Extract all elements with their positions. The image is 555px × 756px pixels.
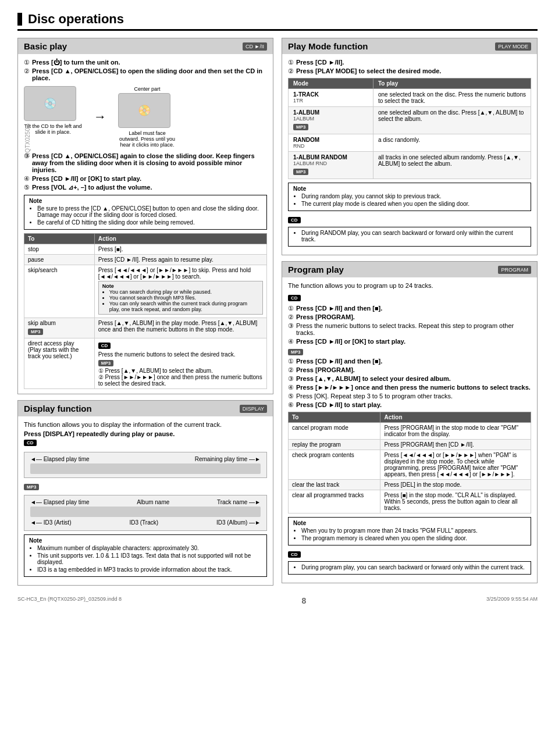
prog-mp3-step-3: ③ Press [▲,▼, ALBUM] to select your desi… bbox=[288, 375, 531, 382]
album-name-label: Album name bbox=[137, 499, 169, 505]
mode-cell: RANDOM RND bbox=[289, 134, 373, 152]
display-intro: This function allows you to display the … bbox=[24, 421, 267, 428]
table-row: 1-ALBUM 1ALBUM MP3 one selected album on… bbox=[289, 107, 531, 134]
cd-badge: CD bbox=[98, 343, 111, 349]
play-mode-table: Mode To play 1-TRACK 1TR one selected tr… bbox=[288, 78, 531, 179]
table-row: replay the program Press [PROGRAM] then … bbox=[289, 440, 531, 450]
cd-image-1: 💿 bbox=[24, 86, 76, 121]
program-note-2: The program memory is cleared when you o… bbox=[301, 535, 526, 541]
row-action: CD Press the numeric buttons to select t… bbox=[94, 338, 266, 389]
play-mode-note-2: The current play mode is cleared when yo… bbox=[301, 201, 526, 207]
mode-cell: 1-ALBUM RANDOM 1ALBUM RND MP3 bbox=[289, 152, 373, 179]
program-play-title: Program play bbox=[288, 265, 344, 274]
to-play-cell: one selected album on the disc. Press [▲… bbox=[373, 107, 531, 134]
mp3-badge: MP3 bbox=[293, 169, 308, 175]
basic-play-section: Basic play CD ►/II ① Press [⏻] to turn t… bbox=[17, 38, 273, 394]
table-row: 1-ALBUM RANDOM 1ALBUM RND MP3 all tracks… bbox=[289, 152, 531, 179]
row-action: Press [◄◄/◄◄◄] or [►►/►►►] to skip. Pres… bbox=[94, 265, 266, 318]
display-function-header: Display function DISPLAY bbox=[18, 401, 273, 416]
step-3: ③ Press [CD ▲, OPEN/CLOSE] again to clos… bbox=[24, 152, 267, 173]
play-mode-header: Play Mode function PLAY MODE bbox=[282, 38, 537, 54]
table-header-to: To bbox=[24, 234, 95, 244]
program-play-section: Program play PROGRAM The function allows… bbox=[282, 261, 538, 583]
prog-cd-step-1: ① Press [CD ►/II] and then [■]. bbox=[288, 305, 531, 312]
mp3-display-bar bbox=[30, 507, 261, 517]
prog-row-to: clear the last track bbox=[289, 480, 380, 490]
row-to: skip album MP3 bbox=[24, 318, 95, 338]
to-play-cell: one selected track on the disc. Press th… bbox=[373, 89, 531, 107]
cd-caption-2: Label must face outward. Press until you… bbox=[118, 130, 176, 148]
prog-row-action: Press [DEL] in the stop mode. bbox=[380, 480, 531, 490]
play-mode-step-2: ② Press [PLAY MODE] to select the desire… bbox=[288, 67, 531, 74]
inner-note-item: You can search during play or while paus… bbox=[109, 289, 259, 295]
display-function-title: Display function bbox=[24, 404, 92, 413]
prog-row-to: clear all programmed tracks bbox=[289, 490, 380, 513]
table-row: pause Press [CD ►/II]. Press again to re… bbox=[24, 255, 267, 265]
footer-left: SC-HC3_En (RQTX0250-2P)_032509.indd 8 bbox=[17, 596, 122, 605]
prog-row-action: Press [PROGRAM] then [CD ►/II]. bbox=[380, 440, 531, 450]
inner-note-item: You cannot search through MP3 files. bbox=[109, 295, 259, 301]
center-part-label: Center part bbox=[118, 86, 176, 92]
note-item-2: Be careful of CD hitting the sliding doo… bbox=[37, 219, 262, 226]
display-note-3: ID3 is a tag embedded in MP3 tracks to p… bbox=[37, 566, 262, 573]
program-play-note: Note When you try to program more than 2… bbox=[288, 517, 531, 545]
basic-play-header: Basic play CD ►/II bbox=[18, 38, 273, 54]
prog-mp3-step-4: ④ Press [►►/►►►] once and then press the… bbox=[288, 384, 531, 391]
table-row: stop Press [■]. bbox=[24, 244, 267, 255]
prog-row-to: check program contents bbox=[289, 450, 380, 480]
arrow-icon: → bbox=[94, 109, 106, 124]
prog-mp3-step-1: ① Press [CD ►/II] and then [■]. bbox=[288, 358, 531, 365]
basic-play-badge: CD ►/II bbox=[243, 42, 267, 51]
footer-right: 3/25/2009 9:55:54 AM bbox=[486, 596, 538, 605]
display-instruction: Press [DISPLAY] repeatedly during play o… bbox=[24, 430, 267, 437]
row-action: Press [▲,▼, ALBUM] in the play mode. Pre… bbox=[94, 318, 266, 338]
prog-cd-step-2: ② Press [PROGRAM]. bbox=[288, 313, 531, 320]
table-row: cancel program mode Press [PROGRAM] in t… bbox=[289, 423, 531, 440]
basic-play-table: To Action stop Press [■]. pause bbox=[24, 233, 267, 389]
table-row: skip album MP3 Press [▲,▼, ALBUM] in the… bbox=[24, 318, 267, 338]
prog-cd-step-3: ③ Press the numeric buttons to select tr… bbox=[288, 322, 531, 336]
cd-diagram: 💿 Tilt the CD to the left and slide it i… bbox=[24, 86, 267, 148]
program-note-1: When you try to program more than 24 tra… bbox=[301, 527, 526, 534]
mp3-badge: MP3 bbox=[24, 484, 39, 490]
prog-row-to: replay the program bbox=[289, 440, 380, 450]
basic-play-steps: ① Press [⏻] to turn the unit on. ② Press… bbox=[24, 59, 267, 81]
inner-note-item: You can only search within the current t… bbox=[109, 301, 259, 312]
program-mp3-steps: ① Press [CD ►/II] and then [■]. ② Press … bbox=[288, 358, 531, 408]
to-play-cell: a disc randomly. bbox=[373, 134, 531, 152]
prog-row-action: Press [PROGRAM] in the stop mode to clea… bbox=[380, 423, 531, 440]
page-title: Disc operations bbox=[17, 12, 538, 31]
basic-play-note-title: Note bbox=[29, 198, 262, 204]
cd-note-item: During RANDOM play, you can search backw… bbox=[301, 230, 526, 243]
table-row: check program contents Press [◄◄/◄◄◄] or… bbox=[289, 450, 531, 480]
prog-mp3-step-2: ② Press [PROGRAM]. bbox=[288, 366, 531, 373]
prog-row-action: Press [◄◄/◄◄◄] or [►►/►►►] when "PGM" is… bbox=[380, 450, 531, 480]
basic-play-note: Note Be sure to press the [CD ▲, OPEN/CL… bbox=[24, 195, 267, 230]
row-to: stop bbox=[24, 244, 95, 255]
id3-track-label: ID3 (Track) bbox=[129, 519, 158, 526]
mode-header-to-play: To play bbox=[373, 79, 531, 89]
display-function-section: Display function DISPLAY This function a… bbox=[17, 400, 273, 586]
play-mode-badge: PLAY MODE bbox=[495, 42, 531, 51]
display-badge: DISPLAY bbox=[240, 405, 267, 413]
cd-badge: CD bbox=[288, 295, 301, 301]
row-to: pause bbox=[24, 255, 95, 265]
step-1: ① Press [⏻] to turn the unit on. bbox=[24, 59, 267, 66]
footer: SC-HC3_En (RQTX0250-2P)_032509.indd 8 8 … bbox=[17, 596, 538, 605]
cd-badge: CD bbox=[288, 217, 301, 223]
mp3-display-diagram: ◄— Elapsed play time Album name Track na… bbox=[24, 495, 267, 531]
note-item-1: Be sure to press the [CD ▲, OPEN/CLOSE] … bbox=[37, 205, 262, 218]
elapsed-label: ◄— Elapsed play time bbox=[30, 499, 90, 505]
program-cd-steps: ① Press [CD ►/II] and then [■]. ② Press … bbox=[288, 305, 531, 345]
prog-cd-step-4: ④ Press [CD ►/II] or [OK] to start play. bbox=[288, 338, 531, 345]
table-header-action: Action bbox=[94, 234, 266, 244]
id3-artist-label: ◄— ID3 (Artist) bbox=[30, 519, 71, 526]
program-cd-note: During program play, you can search back… bbox=[288, 561, 531, 575]
table-row: direct access play(Play starts with the … bbox=[24, 338, 267, 389]
mp3-badge: MP3 bbox=[293, 124, 308, 130]
prog-table-header-action: Action bbox=[380, 412, 531, 423]
play-mode-section: Play Mode function PLAY MODE ① Press [CD… bbox=[282, 38, 538, 255]
mp3-badge: MP3 bbox=[98, 360, 113, 366]
cd-badge: CD bbox=[288, 551, 301, 558]
page-number: 8 bbox=[302, 596, 307, 605]
